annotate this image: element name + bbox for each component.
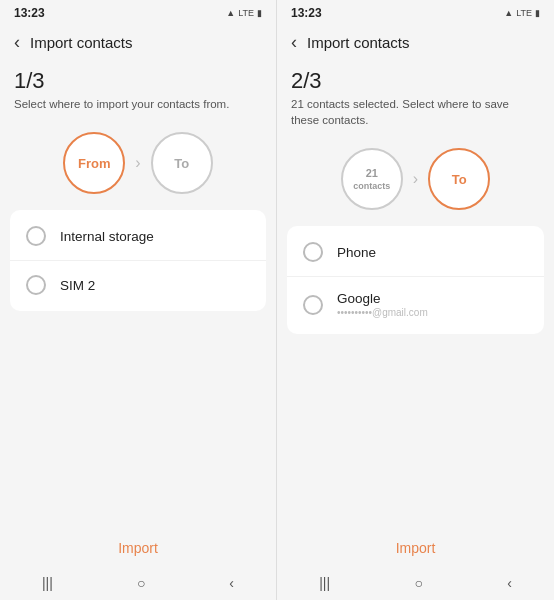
wifi-icon-2: ▲ xyxy=(504,8,513,18)
step-area-1: 1/3 Select where to import your contacts… xyxy=(0,59,276,118)
nav-bar-2: ||| ○ ‹ xyxy=(277,566,554,600)
option-text-google: Google ••••••••••@gmail.com xyxy=(337,291,428,318)
step-area-2: 2/3 21 contacts selected. Select where t… xyxy=(277,59,554,134)
battery-icon-2: ▮ xyxy=(535,8,540,18)
nav-back-2[interactable]: ‹ xyxy=(507,575,512,591)
wizard-row-1: From › To xyxy=(0,118,276,204)
import-button-1[interactable]: Import xyxy=(98,532,178,564)
radio-google[interactable] xyxy=(303,295,323,315)
options-card-2: Phone Google ••••••••••@gmail.com xyxy=(287,226,544,334)
status-bar-2: 13:23 ▲ LTE ▮ xyxy=(277,0,554,24)
status-bar-1: 13:23 ▲ LTE ▮ xyxy=(0,0,276,24)
header-2: ‹ Import contacts xyxy=(277,24,554,59)
nav-menu-2[interactable]: ||| xyxy=(319,575,330,591)
back-button-2[interactable]: ‹ xyxy=(291,32,297,53)
radio-internal[interactable] xyxy=(26,226,46,246)
step-number-2: 2/3 xyxy=(291,69,540,93)
page-title-1: Import contacts xyxy=(30,34,133,51)
header-1: ‹ Import contacts xyxy=(0,24,276,59)
step-desc-2: 21 contacts selected. Select where to sa… xyxy=(291,96,540,128)
to-circle-2: To xyxy=(428,148,490,210)
wifi-icon: ▲ xyxy=(226,8,235,18)
wizard-arrow-2: › xyxy=(413,170,418,188)
panel-2: 13:23 ▲ LTE ▮ ‹ Import contacts 2/3 21 c… xyxy=(277,0,554,600)
step-number-1: 1/3 xyxy=(14,69,262,93)
signal-icon: LTE xyxy=(238,8,254,18)
nav-back-1[interactable]: ‹ xyxy=(229,575,234,591)
option-google[interactable]: Google ••••••••••@gmail.com xyxy=(287,276,544,332)
nav-home-2[interactable]: ○ xyxy=(414,575,422,591)
nav-menu-1[interactable]: ||| xyxy=(42,575,53,591)
option-phone[interactable]: Phone xyxy=(287,228,544,276)
option-label-google: Google xyxy=(337,291,428,306)
time-1: 13:23 xyxy=(14,6,45,20)
radio-sim2[interactable] xyxy=(26,275,46,295)
from-circle: From xyxy=(63,132,125,194)
bottom-import-1: Import xyxy=(0,532,276,564)
step-desc-1: Select where to import your contacts fro… xyxy=(14,96,262,112)
contacts-circle: 21 contacts xyxy=(341,148,403,210)
option-label-phone: Phone xyxy=(337,245,376,260)
contacts-count: 21 xyxy=(366,167,378,180)
option-label-sim2: SIM 2 xyxy=(60,278,95,293)
option-internal-storage[interactable]: Internal storage xyxy=(10,212,266,260)
time-2: 13:23 xyxy=(291,6,322,20)
nav-bar-1: ||| ○ ‹ xyxy=(0,566,276,600)
google-account-sub: ••••••••••@gmail.com xyxy=(337,307,428,318)
wizard-row-2: 21 contacts › To xyxy=(277,134,554,220)
to-circle-1: To xyxy=(151,132,213,194)
bottom-import-2: Import xyxy=(277,532,554,564)
nav-home-1[interactable]: ○ xyxy=(137,575,145,591)
option-sim2[interactable]: SIM 2 xyxy=(10,260,266,309)
back-button-1[interactable]: ‹ xyxy=(14,32,20,53)
import-button-2[interactable]: Import xyxy=(376,532,456,564)
panel-1: 13:23 ▲ LTE ▮ ‹ Import contacts 1/3 Sele… xyxy=(0,0,277,600)
status-icons-2: ▲ LTE ▮ xyxy=(504,8,540,18)
battery-icon: ▮ xyxy=(257,8,262,18)
page-title-2: Import contacts xyxy=(307,34,410,51)
signal-icon-2: LTE xyxy=(516,8,532,18)
status-icons-1: ▲ LTE ▮ xyxy=(226,8,262,18)
contacts-label: contacts xyxy=(353,181,390,192)
radio-phone[interactable] xyxy=(303,242,323,262)
option-label-internal: Internal storage xyxy=(60,229,154,244)
options-card-1: Internal storage SIM 2 xyxy=(10,210,266,311)
wizard-arrow-1: › xyxy=(135,154,140,172)
